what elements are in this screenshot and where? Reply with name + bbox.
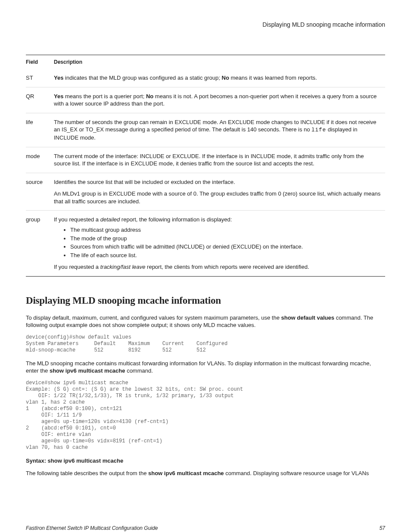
text: Identifies the source list that will be …	[54, 178, 381, 186]
text: command.	[125, 367, 153, 374]
table-row: life The number of seconds the group can…	[26, 113, 385, 147]
footer-doc-title: FastIron Ethernet Switch IP Multicast Co…	[26, 525, 158, 532]
bold-text: show ipv6 multicast mcache	[148, 470, 224, 476]
text: To display default, maximum, current, an…	[26, 314, 281, 321]
code-block: device(config)#show default values Syste…	[26, 334, 385, 354]
cell-desc: The number of seconds the group can rema…	[54, 113, 385, 147]
cell-field: QR	[26, 87, 54, 113]
cell-desc: The current mode of the interface: INCLU…	[54, 147, 385, 173]
inline-code: life	[311, 127, 326, 133]
bold-text: No	[146, 93, 153, 100]
list-item: Sources from which traffic will be admit…	[70, 243, 381, 251]
cell-field: group	[26, 211, 54, 276]
list-item: The multicast group address	[70, 226, 381, 234]
cell-desc: If you requested a detailed report, the …	[54, 211, 385, 276]
text: If you requested a	[54, 264, 100, 270]
list-item: The mode of the group	[70, 235, 381, 243]
paragraph: To display default, maximum, current, an…	[26, 314, 385, 329]
th-field: Field	[26, 55, 54, 69]
bold-text: No	[222, 75, 229, 81]
paragraph: The MLD snooping mcache contains multica…	[26, 360, 385, 375]
page-footer: FastIron Ethernet Switch IP Multicast Co…	[26, 525, 385, 532]
cell-desc: Yes means the port is a querier port; No…	[54, 87, 385, 113]
section-heading: Displaying MLD snooping mcache informati…	[26, 294, 385, 307]
cell-desc: Identifies the source list that will be …	[54, 173, 385, 211]
field-description-table: Field Description ST Yes indicates that …	[26, 55, 385, 276]
text: command. Displaying software resource us…	[224, 470, 369, 476]
italic-text: tracking/fast leave	[100, 264, 146, 270]
table-row: QR Yes means the port is a querier port;…	[26, 87, 385, 113]
footer-page-number: 57	[380, 525, 385, 532]
text: means it was learned from reports.	[229, 75, 317, 81]
list-item: The life of each source list.	[70, 252, 381, 259]
text: report, the following information is dis…	[120, 216, 232, 223]
th-description: Description	[54, 55, 385, 69]
italic-text: detailed	[100, 216, 120, 223]
footer-left: FastIron Ethernet Switch IP Multicast Co…	[26, 525, 158, 532]
code-block: device#show ipv6 multicast mcache Exampl…	[26, 380, 385, 451]
text: If you requested a	[54, 216, 100, 223]
table-row: group If you requested a detailed report…	[26, 211, 385, 276]
cell-field: mode	[26, 147, 54, 173]
text: An MLDv1 group is in EXCLUDE mode with a…	[54, 190, 381, 205]
bold-text: Yes	[54, 75, 63, 81]
paragraph: The following table describes the output…	[26, 470, 385, 477]
cell-field: life	[26, 113, 54, 147]
bold-text: show ipv6 multicast mcache	[50, 367, 125, 374]
bullet-list: The multicast group address The mode of …	[54, 226, 381, 259]
bold-text: Yes	[54, 93, 63, 100]
syntax-line: Syntax: show ipv6 multicast mcache	[26, 457, 385, 465]
text: indicates that the MLD group was configu…	[63, 75, 221, 81]
text: report, the clients from which reports w…	[145, 264, 309, 270]
cell-desc: Yes indicates that the MLD group was con…	[54, 69, 385, 87]
table-row: source Identifies the source list that w…	[26, 173, 385, 211]
cell-field: source	[26, 173, 54, 211]
bold-text: show default values	[281, 314, 334, 321]
table-row: mode The current mode of the interface: …	[26, 147, 385, 173]
bottom-rule	[26, 276, 385, 277]
text: means the port is a querier port;	[63, 93, 146, 100]
table-row: ST Yes indicates that the MLD group was …	[26, 69, 385, 87]
page-header-title: Displaying MLD snooping mcache informati…	[26, 21, 385, 29]
text: The following table describes the output…	[26, 470, 148, 476]
cell-field: ST	[26, 69, 54, 87]
